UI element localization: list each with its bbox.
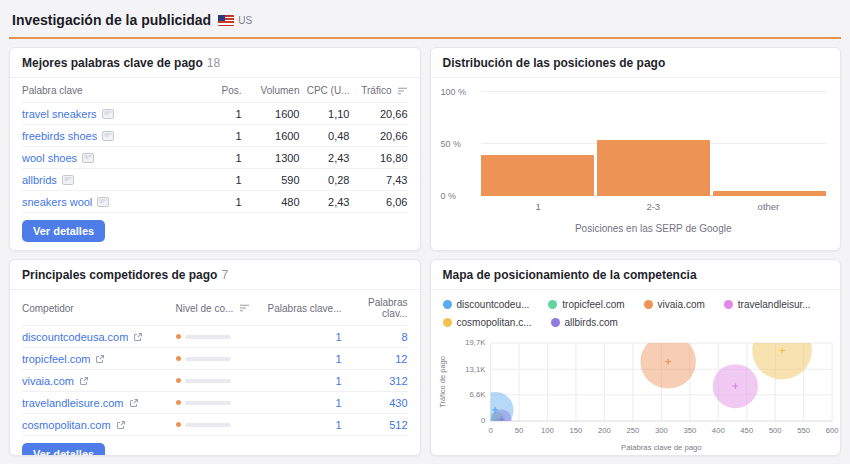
paid-keywords-cell[interactable]: 430: [342, 397, 408, 409]
y-tick-label: 6,6K: [469, 390, 485, 399]
level-track: [185, 335, 231, 339]
serp-features-icon: [102, 109, 114, 119]
y-tick-label: 100 %: [441, 87, 475, 97]
traffic-cell: 6,06: [350, 196, 408, 208]
competitor-link[interactable]: discountcodeusa.com: [22, 331, 128, 343]
common-keywords-cell[interactable]: 1: [268, 375, 342, 387]
bar-1[interactable]: [481, 155, 594, 196]
keywords-view-details-button[interactable]: Ver detalles: [22, 220, 105, 242]
region-label: US: [238, 15, 252, 26]
common-keywords-cell[interactable]: 1: [268, 331, 342, 343]
database-region[interactable]: US: [218, 15, 252, 26]
competitor-table-row: discountcodeusa.com18: [22, 326, 408, 348]
legend-row: cosmopolitan.c...allbirds.com: [443, 317, 829, 328]
competitor-link[interactable]: travelandleisure.com: [22, 397, 124, 409]
legend-item[interactable]: tropicfeel.com: [548, 299, 624, 310]
legend-label: allbirds.com: [565, 317, 618, 328]
competition-level-bar: [176, 356, 268, 361]
level-track: [185, 357, 231, 361]
x-tick-label: 400: [711, 426, 724, 435]
legend-label: tropicfeel.com: [562, 299, 624, 310]
paid-keywords-cell[interactable]: 512: [342, 419, 408, 431]
page-header: Investigación de la publicidad US: [9, 0, 841, 39]
competitor-link[interactable]: tropicfeel.com: [22, 353, 90, 365]
competitor-link[interactable]: vivaia.com: [22, 375, 74, 387]
legend-label: travelandleisur...: [738, 299, 811, 310]
bar-2-3[interactable]: [597, 140, 710, 196]
legend-dot-icon: [443, 300, 452, 309]
position-cell: 1: [202, 196, 242, 208]
external-link-icon: [79, 376, 89, 386]
x-tick-label: 50: [514, 426, 523, 435]
column-header-cpc[interactable]: CPC (U...: [300, 85, 350, 96]
competition-level-bar: [176, 422, 268, 427]
bubble-chart: 05010015020025030035040045050055060006,6…: [435, 335, 842, 456]
legend-label: vivaia.com: [658, 299, 705, 310]
card-title-distribution: Distribución de las posiciones de pago: [431, 48, 841, 78]
column-header-keyword[interactable]: Palabra clave: [22, 85, 202, 96]
paid-keywords-cell[interactable]: 8: [342, 331, 408, 343]
page-title: Investigación de la publicidad: [12, 12, 211, 28]
competitor-table-row: cosmopolitan.com1512: [22, 414, 408, 436]
bubble-cosmopolitan-c---[interactable]: [752, 335, 812, 380]
legend-item[interactable]: travelandleisur...: [724, 299, 811, 310]
column-header-common-keywords[interactable]: Palabras clave...: [268, 303, 342, 314]
level-dot: [176, 334, 181, 339]
legend-item[interactable]: discountcodeu...: [443, 299, 530, 310]
bar-chart-plot: 0 %50 %100 %: [481, 92, 827, 196]
legend-item[interactable]: vivaia.com: [644, 299, 705, 310]
paid-keywords-cell[interactable]: 12: [342, 353, 408, 365]
bar-chart: 0 %50 %100 % 12-3other Posiciones en las…: [481, 92, 827, 234]
keyword-link[interactable]: wool shoes: [22, 152, 77, 164]
volume-cell: 1300: [242, 152, 300, 164]
column-header-paid-keywords[interactable]: Palabras clav...: [342, 297, 408, 319]
common-keywords-cell[interactable]: 1: [268, 397, 342, 409]
keyword-link[interactable]: freebirds shoes: [22, 130, 97, 142]
level-dot: [176, 356, 181, 361]
level-dot: [176, 378, 181, 383]
card-paid-positions-distribution: Distribución de las posiciones de pago 0…: [430, 47, 842, 251]
y-tick-label: 0 %: [441, 191, 475, 201]
sort-desc-icon[interactable]: [240, 304, 250, 312]
traffic-cell: 16,80: [350, 152, 408, 164]
competitor-table-row: tropicfeel.com112: [22, 348, 408, 370]
x-tick-label: 2-3: [596, 201, 711, 212]
competition-level-bar: [176, 400, 268, 405]
common-keywords-cell[interactable]: 1: [268, 419, 342, 431]
sort-desc-icon[interactable]: [398, 87, 408, 95]
keyword-link[interactable]: travel sneakers: [22, 108, 97, 120]
column-header-traffic[interactable]: Tráfico: [350, 85, 408, 96]
cpc-cell: 2,43: [300, 152, 350, 164]
keyword-table-row: freebirds shoes116000,4820,66: [22, 125, 408, 147]
serp-features-icon: [102, 131, 114, 141]
common-keywords-cell[interactable]: 1: [268, 353, 342, 365]
volume-cell: 480: [242, 196, 300, 208]
competitor-link[interactable]: cosmopolitan.com: [22, 419, 111, 431]
column-header-competitor[interactable]: Competidor: [22, 303, 176, 314]
bar-other[interactable]: [713, 191, 826, 196]
level-track: [185, 401, 231, 405]
column-header-level-label: Nivel de co...: [176, 303, 234, 314]
keywords-table: Palabra clave Pos. Volumen CPC (U... Trá…: [10, 78, 420, 213]
column-header-volume[interactable]: Volumen: [242, 85, 300, 96]
competitors-view-details-button[interactable]: Ver detalles: [22, 443, 105, 456]
y-tick-label: 19,7K: [465, 339, 485, 348]
x-tick-label: other: [711, 201, 826, 212]
bar-chart-x-labels: 12-3other: [481, 201, 827, 212]
legend-item[interactable]: cosmopolitan.c...: [443, 317, 532, 328]
card-title-text: Principales competidores de pago: [22, 268, 217, 282]
keyword-link[interactable]: sneakers wool: [22, 196, 92, 208]
position-cell: 1: [202, 152, 242, 164]
card-title-text: Distribución de las posiciones de pago: [443, 56, 666, 70]
keyword-link[interactable]: allbrids: [22, 174, 57, 186]
level-dot: [176, 400, 181, 405]
column-header-position[interactable]: Pos.: [202, 85, 242, 96]
competitor-table-row: travelandleisure.com1430: [22, 392, 408, 414]
paid-keywords-cell[interactable]: 312: [342, 375, 408, 387]
competitors-count: 7: [221, 268, 228, 282]
traffic-cell: 20,66: [350, 108, 408, 120]
volume-cell: 1600: [242, 130, 300, 142]
legend-item[interactable]: allbirds.com: [551, 317, 618, 328]
column-header-competition-level[interactable]: Nivel de co...: [176, 303, 268, 314]
legend-dot-icon: [724, 300, 733, 309]
